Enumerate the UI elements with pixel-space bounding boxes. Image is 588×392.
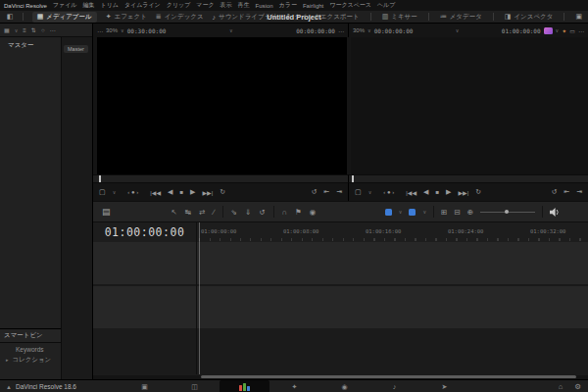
bin-contents[interactable]: Master <box>61 37 92 379</box>
chevron-down-icon[interactable]: ∨ <box>368 27 371 33</box>
timeline-zoom-slider[interactable] <box>480 207 535 217</box>
sort-icon[interactable]: ⇅ <box>31 26 36 33</box>
first-frame-button[interactable]: |◀◀ <box>150 189 161 196</box>
grid-view-icon[interactable]: ▦ <box>4 26 10 33</box>
loop-playback-icon[interactable]: ↺ <box>551 188 557 196</box>
more-options-icon[interactable]: ⋯ <box>338 27 344 34</box>
page-edit[interactable] <box>220 380 270 392</box>
menu-playback[interactable]: 再生 <box>238 1 250 10</box>
more-options-icon[interactable]: ⋯ <box>97 27 103 34</box>
loop-button[interactable]: ↻ <box>220 188 225 196</box>
stop-button[interactable]: ■ <box>179 189 183 195</box>
menu-fusion[interactable]: Fusion <box>256 3 273 9</box>
timeline-playhead[interactable] <box>199 222 200 374</box>
insert-clip-icon[interactable]: ⇘ <box>231 208 237 217</box>
timeline-timecode-display[interactable]: 01:00:00:00 <box>93 222 196 242</box>
flag-icon[interactable]: ⚑ <box>295 208 302 217</box>
timeline-ruler[interactable]: 01:00:00:00 01:00:08:00 01:00:16:00 01:0… <box>196 222 588 242</box>
tab-media-pool[interactable]: ▦ メディアプール <box>32 12 97 23</box>
hscrollbar-thumb[interactable] <box>201 375 576 378</box>
timeline-selector-chevron-icon[interactable]: ∨ <box>456 27 460 33</box>
jog-control[interactable]: ‹ ● › <box>127 189 138 195</box>
menu-clip[interactable]: クリップ <box>167 1 191 10</box>
mute-audio-icon[interactable] <box>550 208 561 217</box>
timeline-view-options-icon[interactable]: ▤ <box>93 207 111 217</box>
tab-effects[interactable]: ✦ エフェクト <box>106 13 147 22</box>
panel-toggle-icon[interactable]: ◧ <box>7 13 14 21</box>
enhance-icon[interactable]: ✦ <box>562 27 566 34</box>
selection-tool-icon[interactable]: ↖ <box>172 208 177 217</box>
source-viewer-display[interactable] <box>97 37 347 174</box>
chevron-down-icon[interactable]: ∨ <box>399 209 403 215</box>
loop-playback-icon[interactable]: ↺ <box>311 188 317 196</box>
menu-help[interactable]: ヘルプ <box>377 1 395 10</box>
timeline-playhead-nub[interactable] <box>352 175 354 182</box>
source-scrubber[interactable] <box>93 174 349 183</box>
page-fairlight[interactable]: ♪ <box>369 380 419 392</box>
snapping-icon[interactable]: ∩ <box>282 208 287 217</box>
inspector-button[interactable]: ◨ インスペクタ <box>505 13 554 22</box>
monitor-icon[interactable]: ▭ <box>569 27 575 34</box>
video-track-lane[interactable] <box>93 242 588 284</box>
timeline-viewer-display[interactable] <box>351 37 588 174</box>
more-options-icon[interactable]: ⋯ <box>578 27 584 34</box>
jog-control[interactable]: ‹ ● › <box>383 189 394 195</box>
goto-out-icon[interactable]: ⇥ <box>336 188 342 196</box>
menu-trim[interactable]: トリム <box>100 1 118 10</box>
timeline-empty-area[interactable] <box>93 328 588 375</box>
play-reverse-button[interactable]: ◀ <box>423 188 428 196</box>
dynamic-trim-icon[interactable]: ⇄ <box>199 208 205 217</box>
bin-tab-master[interactable]: Master <box>64 45 88 53</box>
trim-edit-icon[interactable]: ↹ <box>185 208 191 217</box>
slider-thumb[interactable] <box>505 210 509 214</box>
first-frame-button[interactable]: |◀◀ <box>406 189 416 196</box>
more-options-icon[interactable]: ⋯ <box>50 26 56 33</box>
blade-edit-icon[interactable]: ∕ <box>213 208 214 217</box>
menu-workspace[interactable]: ワークスペース <box>329 1 371 10</box>
menu-mark[interactable]: マーク <box>196 1 214 10</box>
timeline-timecode[interactable]: 01:00:00:00 <box>502 27 541 34</box>
goto-in-icon[interactable]: ⇤ <box>323 188 329 196</box>
marker-color-swatch[interactable] <box>409 209 416 216</box>
chevron-down-icon[interactable]: ∨ <box>121 27 124 33</box>
chevron-down-icon[interactable]: ∨ <box>422 209 426 215</box>
chevron-down-icon[interactable]: ∨ <box>368 189 372 195</box>
grade-icon[interactable] <box>544 27 553 34</box>
menu-edit[interactable]: 編集 <box>82 1 94 10</box>
loop-button[interactable]: ↻ <box>475 188 481 196</box>
smart-bins-header[interactable]: スマートビン <box>0 328 61 343</box>
smart-bin-keywords[interactable]: Keywords <box>0 343 61 353</box>
marker-icon[interactable]: ◉ <box>310 208 317 217</box>
replace-clip-icon[interactable]: ↺ <box>259 208 265 217</box>
smart-bin-collections[interactable]: ▸ コレクション <box>0 353 61 365</box>
chevron-down-icon[interactable]: ∨ <box>113 189 117 195</box>
fit-zoom-icon[interactable]: ▢ <box>355 188 362 196</box>
app-menu[interactable]: DaVinci Resolve <box>4 3 47 9</box>
goto-in-icon[interactable]: ⇤ <box>564 188 569 196</box>
page-media[interactable]: ▣ <box>120 380 170 392</box>
metadata-button[interactable]: ≔ メタデータ <box>440 13 482 22</box>
gear-icon[interactable]: ⚙ <box>574 382 581 391</box>
search-icon[interactable]: ○ <box>41 27 45 33</box>
zoom-custom-icon[interactable]: ⊕ <box>467 208 473 217</box>
tab-sound-library[interactable]: ♪ サウンドライブラリ <box>213 13 277 22</box>
timeline-area[interactable]: 01:00:00:00 01:00:00:00 01:00:08:00 01:0… <box>93 222 588 375</box>
last-frame-button[interactable]: ▶▶| <box>202 189 213 196</box>
bin-master[interactable]: マスター <box>0 37 61 50</box>
source-zoom-level[interactable]: 30% <box>106 27 118 33</box>
timeline-scrubber[interactable] <box>349 174 588 183</box>
quick-export-button[interactable]: ↥ クイックエクスポート <box>285 13 359 22</box>
audio-track-lane[interactable] <box>93 286 588 328</box>
play-reverse-button[interactable]: ◀ <box>168 188 172 196</box>
fit-zoom-icon[interactable]: ▢ <box>99 188 106 196</box>
zoom-detail-icon[interactable]: ⊟ <box>454 208 460 217</box>
menu-fairlight[interactable]: Fairlight <box>303 3 323 9</box>
timeline-zoom-level[interactable]: 30% <box>353 27 365 33</box>
clip-selector-chevron-icon[interactable]: ∨ <box>229 27 233 33</box>
flag-color-swatch[interactable] <box>385 209 392 216</box>
list-view-icon[interactable]: ≡ <box>23 27 26 33</box>
home-icon[interactable]: ⌂ <box>559 382 564 391</box>
chevron-down-icon[interactable]: ∨ <box>15 27 19 33</box>
menu-color[interactable]: カラー <box>279 1 297 10</box>
page-deliver[interactable]: ➤ <box>419 380 469 392</box>
